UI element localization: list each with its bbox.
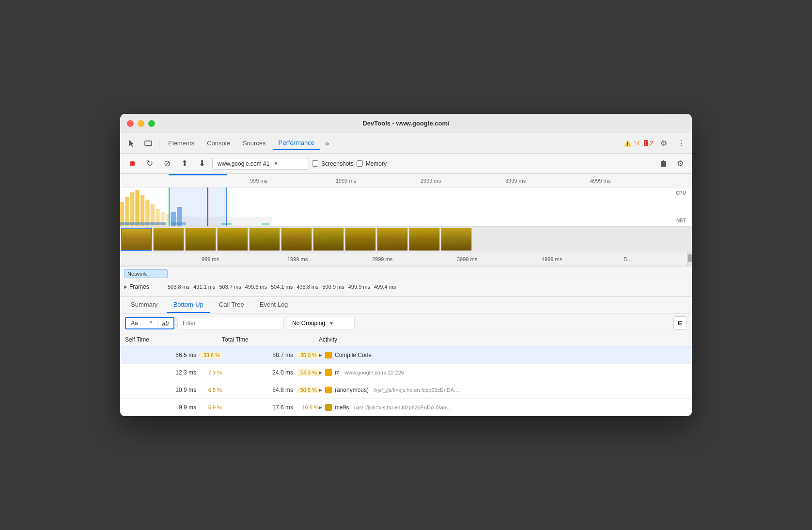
expand-0[interactable]: ▶ — [319, 353, 322, 358]
frame-thumb-8[interactable] — [377, 228, 408, 251]
frame-thumb-3[interactable] — [217, 228, 248, 251]
ruler2-mark-1: 999 ms — [202, 256, 219, 262]
timeline-ruler-bottom: 999 ms 1999 ms 2999 ms 3999 ms 4999 ms 5… — [120, 252, 692, 266]
minimize-button[interactable] — [138, 120, 144, 127]
settings-icon[interactable]: ⚙ — [657, 137, 671, 150]
memory-checkbox[interactable] — [357, 160, 363, 167]
clear-button[interactable]: ⊘ — [160, 156, 174, 171]
activity-icon-0 — [325, 352, 332, 359]
capture-settings-button[interactable]: ⚙ — [673, 157, 687, 171]
collapse-button[interactable]: ⊟ — [673, 316, 687, 330]
frame-thumb-1[interactable] — [153, 228, 184, 251]
frame-thumb-5[interactable] — [281, 228, 312, 251]
delete-recording-button[interactable]: 🗑 — [657, 157, 671, 171]
more-tabs-button[interactable]: » — [321, 137, 333, 149]
filter-input[interactable] — [177, 317, 284, 329]
frame-thumb-4[interactable] — [249, 228, 280, 251]
cursor-icon[interactable] — [124, 136, 140, 151]
screenshots-label: Screenshots — [321, 160, 354, 167]
grouping-select[interactable]: No Grouping ▼ — [287, 317, 355, 329]
frames-track: ▶ Frames 503.8 ms 491.1 ms 503.7 ms 499.… — [120, 279, 692, 295]
table-row[interactable]: 9.9 ms 5.9 % 17.6 ms 10.5 % ▶ me9s /xjs/… — [120, 399, 692, 416]
table-row[interactable]: 12.3 ms 7.3 % 24.0 ms 14.3 % ▶ m www.goo… — [120, 364, 692, 381]
expand-3[interactable]: ▶ — [319, 405, 322, 410]
frame-thumb-selected[interactable] — [121, 228, 152, 251]
activity-url-2: /xjs/_/js/k=xjs.hd.en.fdzp62cEnDA.... — [374, 387, 460, 393]
filter-options-group: Aa .* ab — [125, 317, 174, 329]
upload-button[interactable]: ⬆ — [177, 156, 192, 171]
filter-bar: Aa .* ab No Grouping ▼ ⊟ — [120, 313, 692, 333]
error-badge[interactable]: ! 2 — [644, 140, 653, 147]
svg-rect-8 — [145, 200, 149, 226]
tab-summary[interactable]: Summary — [124, 297, 165, 313]
activity-icon-3 — [325, 404, 332, 411]
self-pct-1: 7.3 % — [200, 370, 222, 375]
expand-2[interactable]: ▶ — [319, 388, 322, 392]
more-options-icon[interactable]: ⋮ — [674, 137, 688, 150]
frame-thumb-10[interactable] — [441, 228, 472, 251]
svg-rect-7 — [141, 195, 144, 226]
self-val-0: 56.5 ms — [167, 352, 196, 359]
ruler-mark-2: 1999 ms — [336, 178, 356, 184]
activity-url-1: www.google.com/:22:226 — [344, 370, 404, 375]
highlight-button[interactable]: ab — [157, 318, 173, 328]
tab-performance[interactable]: Performance — [273, 136, 320, 150]
table-row[interactable]: 10.9 ms 6.5 % 84.8 ms 50.5 % ▶ (anonymou… — [120, 381, 692, 399]
close-button[interactable] — [127, 120, 134, 127]
memory-label: Memory — [366, 160, 387, 167]
scrollbar-area — [687, 252, 692, 265]
total-val-1: 24.0 ms — [264, 369, 293, 376]
url-selector[interactable]: www.google.com #1 ▼ — [212, 158, 309, 170]
tab-event-log[interactable]: Event Log — [253, 297, 295, 313]
scrollbar-thumb[interactable] — [688, 254, 692, 262]
record-button[interactable]: ⏺ — [125, 156, 140, 171]
frame-thumb-9[interactable] — [409, 228, 440, 251]
data-table: Self Time Total Time Activity 56.5 ms 33… — [120, 333, 692, 416]
frame-time-6: 500.9 ms — [323, 284, 344, 290]
total-pct-1: 14.3 % — [297, 369, 319, 376]
tab-divider — [159, 139, 159, 148]
self-val-2: 10.9 ms — [167, 387, 196, 393]
table-row[interactable]: 56.5 ms 33.6 % 58.7 ms 35.0 % ▶ Compile … — [120, 346, 692, 364]
screenshots-checkbox-group[interactable]: Screenshots — [312, 160, 354, 167]
cell-self-1: 12.3 ms 7.3 % — [125, 369, 222, 376]
window-title: DevTools - www.google.com/ — [362, 120, 449, 127]
case-sensitive-button[interactable]: Aa — [126, 318, 143, 328]
memory-checkbox-group[interactable]: Memory — [357, 160, 387, 167]
cell-activity-1: ▶ m www.google.com/:22:226 — [319, 369, 687, 376]
cell-activity-2: ▶ (anonymous) /xjs/_/js/k=xjs.hd.en.fdzp… — [319, 387, 687, 393]
performance-toolbar: ⏺ ↻ ⊘ ⬆ ⬇ www.google.com #1 ▼ Screenshot… — [120, 154, 692, 174]
network-label[interactable]: Network — [124, 269, 168, 278]
expand-1[interactable]: ▶ — [319, 370, 322, 375]
tab-elements[interactable]: Elements — [162, 137, 200, 150]
network-track: Network — [120, 268, 692, 279]
cpu-label: CPU — [676, 190, 686, 196]
regex-button[interactable]: .* — [143, 318, 157, 328]
frame-time-5: 495.8 ms — [297, 284, 318, 290]
total-pct-2: 50.5 % — [297, 387, 319, 393]
activity-icon-2 — [325, 387, 332, 393]
self-val-3: 9.9 ms — [167, 404, 196, 411]
frame-thumb-6[interactable] — [313, 228, 344, 251]
frames-expand[interactable]: ▶ — [124, 284, 127, 289]
playhead — [207, 187, 208, 226]
maximize-button[interactable] — [148, 120, 155, 127]
tab-sources[interactable]: Sources — [237, 137, 272, 150]
ruler-mark-3: 2999 ms — [421, 178, 441, 184]
reload-record-button[interactable]: ↻ — [142, 156, 157, 171]
table-header: Self Time Total Time Activity — [120, 333, 692, 346]
warning-count: 14 — [633, 140, 640, 147]
svg-rect-2 — [146, 145, 151, 146]
screenshots-checkbox[interactable] — [312, 160, 318, 167]
frame-thumb-2[interactable] — [185, 228, 216, 251]
self-pct-0: 33.6 % — [200, 352, 222, 359]
download-button[interactable]: ⬇ — [195, 156, 209, 171]
warning-badge[interactable]: ⚠️ 14 — [624, 140, 640, 147]
frame-thumb-7[interactable] — [345, 228, 376, 251]
tab-bottom-up[interactable]: Bottom-Up — [167, 297, 210, 313]
responsive-icon[interactable] — [141, 136, 156, 151]
cell-self-0: 56.5 ms 33.6 % — [125, 352, 222, 359]
tab-console[interactable]: Console — [201, 137, 236, 150]
bottom-tabs: Summary Bottom-Up Call Tree Event Log — [120, 297, 692, 313]
tab-call-tree[interactable]: Call Tree — [212, 297, 251, 313]
